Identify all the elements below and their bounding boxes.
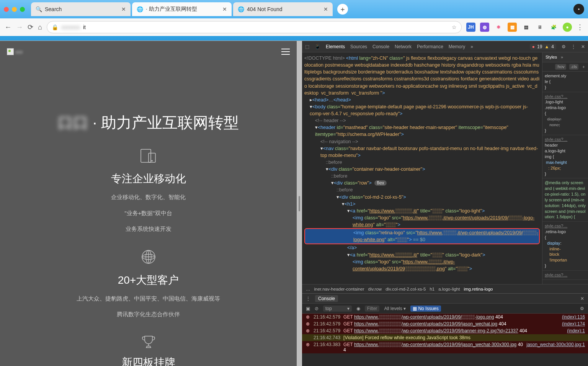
overflow-menu-button[interactable]: ⋮ — [577, 23, 583, 31]
dom-line[interactable]: ▾<div class="container nav-header-contai… — [304, 166, 540, 173]
close-icon[interactable]: ✕ — [323, 6, 328, 12]
style-block[interactable]: style.css?… — [542, 271, 588, 280]
close-icon[interactable]: ✕ — [121, 6, 126, 12]
extension-display-icon[interactable]: 🖥 — [535, 23, 544, 32]
dom-pseudo: ::before — [304, 186, 540, 193]
bookmark-star-icon[interactable]: ☆ — [452, 24, 457, 30]
dom-line[interactable]: ▸<head>…</head> — [304, 96, 540, 103]
settings-icon[interactable]: ⚙ — [562, 44, 566, 49]
section-listing: 新四板挂牌 — [0, 335, 297, 366]
extension-orange-icon[interactable]: ▦ — [508, 23, 517, 32]
globe-icon: 🌐 — [137, 6, 143, 12]
dom-line[interactable]: ▾<div class="col-md-2 col-xs-5"> — [304, 194, 540, 201]
close-icon[interactable]: ✕ — [222, 6, 227, 12]
extension-green-icon[interactable]: ● — [563, 23, 572, 32]
style-block[interactable]: element.style {} — [542, 72, 588, 92]
console-log-line: ⊗21:16:43.383GET https://www.░░░░░░░/wp-… — [302, 341, 588, 353]
home-button[interactable]: ⌂ — [38, 23, 42, 31]
context-select[interactable]: top ▾ — [323, 306, 352, 312]
console-settings-icon[interactable]: ⚙ — [580, 306, 584, 311]
back-button[interactable]: ← — [5, 23, 11, 31]
section-clients: 20+大型客户 上汽大众、捷豹路虎、中国平安、中国电信、海康威视等 腾讯数字化生… — [0, 249, 297, 319]
style-block[interactable]: style.css?… headera.logo-lightimg { max-… — [542, 135, 588, 178]
broken-logo-image: xxx — [7, 48, 23, 55]
dom-line[interactable]: ▾<body class="home page-template-default… — [304, 103, 540, 117]
extension-qr-icon[interactable]: ▤ — [521, 23, 531, 32]
svg-point-4 — [152, 160, 152, 161]
inspect-icon[interactable]: ⬚ — [305, 44, 309, 49]
dom-line[interactable]: ▾<div class="row"> flex — [304, 180, 540, 186]
dom-tree[interactable]: <!DOCTYPE html> <html lang="zh-CN" class… — [302, 52, 542, 284]
styles-tab[interactable]: Styles — [546, 54, 557, 60]
dom-breadcrumb[interactable]: … iner.nav-header-container div.row div.… — [302, 284, 588, 293]
globe-icon: 🌐 — [238, 6, 244, 12]
dom-line[interactable]: <img class="logo" src="https://www.░░░░.… — [304, 258, 540, 272]
reload-button[interactable]: ⟳ — [28, 23, 33, 31]
add-rule-icon[interactable]: ＋ — [581, 64, 586, 70]
dom-line[interactable]: ▾<nav class="navbar navbar-default boots… — [304, 145, 540, 159]
clear-console-icon[interactable]: ⊘ — [315, 306, 318, 311]
section-title: 专注企业移动化 — [0, 172, 297, 186]
drawer-menu-icon[interactable]: ⋮ — [306, 296, 310, 301]
sidebar-toggle-icon[interactable]: ▣ — [306, 306, 310, 311]
dom-line[interactable]: ▾<h1> — [304, 201, 540, 208]
kebab-icon[interactable]: ⋮ — [571, 44, 576, 49]
more-tabs-icon[interactable]: » — [470, 44, 473, 49]
console-log-list[interactable]: ⊗21:16:42.579GET https://www.░░░░░░░/wp-… — [302, 314, 588, 366]
new-tab-button[interactable]: ＋ — [337, 4, 348, 15]
tab-sources[interactable]: Sources — [350, 44, 367, 49]
dom-selected-line[interactable]: <img class="retina-logo" src="https://ww… — [304, 228, 540, 244]
style-block[interactable]: @media only screen and (-webkit-min-devi… — [542, 178, 588, 222]
style-block[interactable]: style.css?… .logo-light.retina-logo{ dis… — [542, 92, 588, 136]
tab-search[interactable]: 🔍 Search ✕ — [31, 2, 131, 16]
extension-purple-icon[interactable]: ◍ — [480, 23, 489, 32]
tab-memory[interactable]: Memory — [449, 44, 465, 49]
hero-section: 口口 · 助力产业互联网转型 — [0, 62, 297, 133]
close-window-button[interactable] — [4, 7, 9, 12]
lock-icon: 🔒 — [52, 24, 58, 30]
cls-toggle[interactable]: .cls — [569, 64, 579, 70]
styles-pane[interactable]: Styles » :hov .cls ＋ element.style {} st… — [542, 52, 588, 284]
tab-site[interactable]: 🌐 · 助力产业互联网转型 ✕ — [132, 2, 232, 16]
style-block[interactable]: style.css?… .retina-logo{ display: inlin… — [542, 222, 588, 271]
svg-point-1 — [578, 8, 580, 10]
tab-performance[interactable]: Performance — [417, 44, 443, 49]
hov-toggle[interactable]: :hov — [555, 64, 566, 70]
section-line: 腾讯数字化生态合作伙伴 — [0, 309, 297, 319]
dom-line[interactable]: ▾<a href="https://www.░░░░░.it/" title="… — [304, 252, 540, 258]
issues-chip[interactable]: ●19▲4 — [530, 44, 556, 50]
minimize-window-button[interactable] — [12, 7, 17, 12]
device-toggle-icon[interactable]: 📱 — [315, 44, 320, 49]
profile-button[interactable] — [573, 4, 584, 15]
tab-console[interactable]: Console — [372, 44, 389, 49]
dom-line[interactable]: <img class="logo" src="https://www.░░░░.… — [304, 214, 540, 228]
tab-elements[interactable]: Elements — [326, 44, 345, 49]
levels-select[interactable]: All levels ▾ — [384, 306, 406, 311]
forward-button[interactable]: → — [16, 23, 23, 31]
drawer-console-tab[interactable]: Console — [315, 295, 338, 302]
dom-line: <!DOCTYPE html> — [304, 56, 345, 61]
hamburger-menu-button[interactable] — [281, 49, 290, 55]
filter-input[interactable]: Filter — [365, 306, 380, 312]
close-drawer-icon[interactable]: ✕ — [580, 296, 584, 301]
fullscreen-window-button[interactable] — [20, 7, 25, 12]
extension-atom-icon[interactable]: ⚛ — [494, 23, 503, 32]
eye-icon[interactable]: ◉ — [356, 306, 360, 311]
extension-jh-icon[interactable]: JH — [466, 23, 475, 32]
url-bar[interactable]: 🔒 xxxxxxx it ☆ — [47, 21, 462, 33]
search-icon: 🔍 — [36, 6, 42, 12]
drawer-tabbar: ⋮ Console ✕ — [302, 294, 588, 304]
close-devtools-icon[interactable]: ✕ — [581, 44, 585, 49]
dom-line[interactable]: ▾<header id="masthead" class="site-heade… — [304, 124, 540, 138]
section-line: 上汽大众、捷豹路虎、中国平安、中国电信、海康威视等 — [0, 294, 297, 304]
more-icon[interactable]: » — [561, 54, 563, 60]
tab-404[interactable]: 🌐 404 Not Found ✕ — [233, 2, 333, 16]
dom-pseudo: ::before — [304, 159, 540, 166]
url-text: it — [83, 24, 86, 30]
extension-puzzle-icon[interactable]: 🧩 — [549, 23, 558, 32]
console-log-line: 21:16:42.743[Violation] Forced reflow wh… — [302, 334, 588, 341]
no-issues-chip[interactable]: ▦ No Issues — [410, 306, 441, 312]
tab-network[interactable]: Network — [395, 44, 412, 49]
devtools-splitter[interactable] — [297, 41, 302, 366]
dom-line[interactable]: ▾<a href="https://www.░░░░░.it/" title="… — [304, 208, 540, 214]
